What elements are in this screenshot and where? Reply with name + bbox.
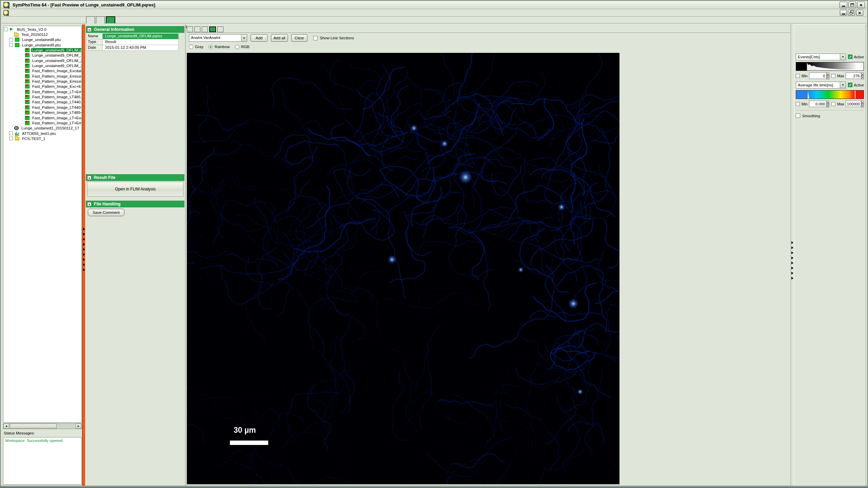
channel-dropdown[interactable]: Average life time[ns] ▼ xyxy=(796,82,846,88)
collapse-button[interactable]: ▲ xyxy=(87,27,92,32)
max-checkbox[interactable] xyxy=(831,102,835,106)
max-input[interactable] xyxy=(846,101,861,107)
spin-down-icon[interactable]: ▼ xyxy=(827,104,829,107)
add-button[interactable]: Add xyxy=(251,34,268,42)
color-mode-option[interactable]: Gray xyxy=(189,45,203,49)
tree-item[interactable]: Lunge_unstained9_OFLIM.pq xyxy=(3,47,81,53)
mdi-minimize-button[interactable] xyxy=(840,10,847,16)
chevron-down-icon[interactable]: ▼ xyxy=(241,35,247,41)
tree-item[interactable]: Fast_Pattern_Image_Exc+Em. xyxy=(3,84,81,89)
menu-item[interactable] xyxy=(9,12,14,14)
menu-item[interactable] xyxy=(36,12,41,14)
minimize-button[interactable] xyxy=(840,2,847,8)
menu-item[interactable] xyxy=(20,12,25,14)
content-tab[interactable] xyxy=(194,26,200,32)
spin-down-icon[interactable]: ▼ xyxy=(827,76,829,79)
spin-down-icon[interactable]: ▼ xyxy=(861,104,864,107)
add-all-button[interactable]: Add all xyxy=(271,34,288,42)
tree-item[interactable]: Lunge_unstained9_OFLIM_2. xyxy=(3,58,81,63)
channel-dropdown[interactable]: Events[Cnts] ▼ xyxy=(796,54,846,60)
tree-item[interactable]: Fast_Pattern_Image_LT+Em_ xyxy=(3,89,81,94)
tree-item[interactable]: Fast_Pattern_Image_LT440.p xyxy=(3,100,81,105)
content-tab[interactable] xyxy=(209,26,216,32)
expander-icon[interactable] xyxy=(9,43,13,47)
content-tab[interactable] xyxy=(187,26,193,32)
tree-splitter[interactable] xyxy=(82,24,85,486)
expander-icon[interactable] xyxy=(9,131,13,135)
max-spinner[interactable]: ▲▼ xyxy=(861,101,864,107)
spin-up-icon[interactable]: ▲ xyxy=(827,101,829,104)
active-checkbox[interactable] xyxy=(848,83,852,87)
smoothing-checkbox[interactable] xyxy=(796,114,800,118)
expander-icon[interactable] xyxy=(9,38,13,42)
mdi-restore-button[interactable] xyxy=(848,10,855,16)
scrollbar-track[interactable] xyxy=(9,424,76,429)
flim-image-view[interactable]: 30 µm xyxy=(187,53,619,484)
tree-item[interactable]: FCS-TEST_1 xyxy=(3,136,81,141)
spin-up-icon[interactable]: ▲ xyxy=(861,101,864,104)
min-input[interactable] xyxy=(809,73,827,79)
spin-up-icon[interactable]: ▲ xyxy=(861,73,864,76)
menu-item[interactable] xyxy=(14,12,20,14)
radio-icon[interactable] xyxy=(209,45,213,49)
main-tab[interactable] xyxy=(96,16,105,23)
scroll-left-button[interactable]: ◄ xyxy=(3,424,9,429)
save-comment-button[interactable]: Save Comment xyxy=(88,209,124,216)
tree-item[interactable]: Fast_Pattern_Image_Emission xyxy=(3,74,81,79)
clear-button[interactable]: Clear xyxy=(291,34,308,42)
tree-item[interactable]: Lunge_unstained9_OFLIM_3. xyxy=(3,63,81,68)
tree-item[interactable]: Test_20150112 xyxy=(3,32,81,37)
expander-icon[interactable] xyxy=(9,137,13,140)
chevron-down-icon[interactable]: ▼ xyxy=(840,54,846,60)
tree-horizontal-scrollbar[interactable]: ◄ ► xyxy=(3,423,82,429)
content-tab[interactable] xyxy=(202,26,208,32)
menu-item[interactable] xyxy=(25,12,31,14)
menu-item[interactable] xyxy=(41,12,47,14)
spin-down-icon[interactable]: ▼ xyxy=(861,76,864,79)
active-checkbox[interactable] xyxy=(848,55,852,59)
range-marker[interactable] xyxy=(855,90,855,99)
mdi-close-button[interactable]: × xyxy=(856,10,863,16)
tree-item[interactable]: Fast_Pattern_Image_Excitatio xyxy=(3,68,81,74)
max-input[interactable] xyxy=(846,73,861,79)
min-spinner[interactable]: ▲▼ xyxy=(827,73,829,79)
color-mode-option[interactable]: RGB xyxy=(235,45,250,49)
tree-item[interactable]: Fast_Pattern_Image_LT440+E xyxy=(3,105,81,110)
tree-item[interactable]: Lunge_unstained1_20150112_17 xyxy=(3,126,81,131)
menu-item[interactable] xyxy=(31,12,36,14)
min-checkbox[interactable] xyxy=(796,102,800,106)
tree-item[interactable]: Fast_Pattern_Image_LT485.p xyxy=(3,94,81,99)
menu-item[interactable] xyxy=(47,12,52,14)
main-tab[interactable] xyxy=(86,16,95,23)
tree-item[interactable]: Lunge_unstained9.ptu xyxy=(3,42,81,47)
collapse-button[interactable]: ▲ xyxy=(87,176,92,180)
min-checkbox[interactable] xyxy=(796,74,800,78)
tree-item[interactable]: Fast_Pattern_Image_LT485+E xyxy=(3,110,81,115)
tree-item[interactable]: Fast_Pattern_Image_LT+Em+ xyxy=(3,120,81,125)
tree-item[interactable]: Fast_Pattern_Image_Emissior xyxy=(3,79,81,84)
tree-item[interactable]: Lunge_unstained9_OFLIM_1. xyxy=(3,53,81,58)
flim-image[interactable] xyxy=(187,53,619,484)
scroll-right-button[interactable]: ► xyxy=(76,424,81,429)
chevron-down-icon[interactable]: ▼ xyxy=(840,82,846,88)
tree-item[interactable]: ATTO655_test1.ptu xyxy=(3,131,81,136)
min-input[interactable] xyxy=(809,101,827,107)
main-tab[interactable] xyxy=(106,16,115,23)
close-button[interactable]: × xyxy=(857,2,865,8)
right-panel-splitter[interactable] xyxy=(791,24,794,486)
tree-item[interactable]: Lunge_unstained8.ptu xyxy=(3,37,81,42)
lut-gradient-bar[interactable] xyxy=(796,90,864,99)
maximize-button[interactable] xyxy=(848,2,856,8)
radio-icon[interactable] xyxy=(189,45,193,49)
show-line-sections-checkbox[interactable] xyxy=(313,36,318,40)
expander-icon[interactable] xyxy=(4,27,8,31)
tree-item[interactable]: BUS_Tests_V2.0 xyxy=(3,27,81,32)
min-spinner[interactable]: ▲▼ xyxy=(827,101,829,107)
spin-up-icon[interactable]: ▲ xyxy=(827,73,829,76)
max-checkbox[interactable] xyxy=(831,74,835,78)
collapse-button[interactable]: ▲ xyxy=(87,202,92,206)
intensity-source-dropdown[interactable]: AnaInt.VarAnaInt ▼ xyxy=(189,34,247,42)
range-marker[interactable] xyxy=(859,62,860,70)
color-mode-option[interactable]: Rainbow xyxy=(209,45,230,49)
content-tab[interactable] xyxy=(217,26,223,32)
